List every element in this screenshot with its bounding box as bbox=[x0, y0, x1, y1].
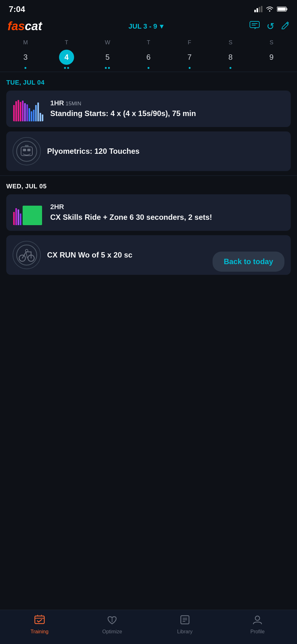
dot bbox=[230, 67, 231, 69]
workout-card-cx-skills[interactable]: 2HR CX Skills Ride + Zone 6 30 seconders… bbox=[6, 194, 291, 231]
nav-item-library[interactable]: Library bbox=[169, 614, 201, 635]
date-dots-3 bbox=[24, 67, 26, 69]
profile-icon bbox=[252, 614, 263, 627]
logo-cat: cat bbox=[25, 19, 42, 33]
workout-info-cx-skills: 2HR CX Skills Ride + Zone 6 30 seconders… bbox=[50, 203, 284, 222]
week-selector[interactable]: JUL 3 - 9 ▾ bbox=[128, 22, 163, 31]
day-letter-fri: F bbox=[169, 38, 210, 47]
workout-card-cx-run[interactable]: CX RUN Wo of 5 x 20 sc Back to today bbox=[6, 235, 291, 275]
date-number-7: 7 bbox=[182, 50, 197, 65]
workout-visual-standing-starts bbox=[13, 96, 44, 121]
strength-visual-plyometrics bbox=[15, 140, 38, 163]
week-range-label: JUL 3 - 9 bbox=[128, 22, 157, 31]
svg-point-4 bbox=[269, 10, 270, 12]
svg-rect-24 bbox=[42, 114, 43, 121]
duration-hr-2: 2HR bbox=[50, 203, 64, 211]
svg-rect-8 bbox=[250, 21, 259, 28]
training-icon bbox=[34, 614, 45, 627]
svg-rect-27 bbox=[23, 149, 26, 151]
svg-rect-20 bbox=[33, 110, 35, 121]
day-letter-mon: M bbox=[5, 38, 46, 47]
workout-title-standing-starts: Standing Starts: 4 x (4 x 15s/90s), 75 m… bbox=[50, 108, 284, 118]
svg-rect-6 bbox=[286, 8, 287, 10]
nav-item-optimize[interactable]: Optimize bbox=[96, 614, 128, 635]
date-cell-sun[interactable]: 9 bbox=[251, 50, 292, 69]
nav-item-training[interactable]: Training bbox=[24, 614, 55, 635]
date-number-4: 4 bbox=[59, 50, 74, 65]
workout-duration-standing-starts: 1HR 15MIN bbox=[50, 99, 284, 107]
dot bbox=[105, 67, 107, 69]
status-bar: 7:04 bbox=[0, 0, 297, 16]
svg-rect-18 bbox=[29, 108, 30, 121]
dot bbox=[64, 67, 66, 69]
nav-label-library: Library bbox=[177, 629, 192, 635]
bottom-nav: Training Optimize Library bbox=[0, 610, 297, 644]
date-number-3: 3 bbox=[18, 50, 33, 65]
date-cell-sat[interactable]: 8 bbox=[210, 50, 251, 69]
workout-card-plyometrics[interactable]: Plyometrics: 120 Touches bbox=[6, 131, 291, 171]
app-header: fas cat JUL 3 - 9 ▾ ↺ bbox=[0, 16, 297, 37]
day-letter-wed: W bbox=[87, 38, 128, 47]
duration-hr-1: 1HR bbox=[50, 99, 64, 107]
strength-icon-plyometrics bbox=[13, 137, 41, 165]
date-cell-fri[interactable]: 7 bbox=[169, 50, 210, 69]
edit-icon[interactable] bbox=[281, 21, 289, 31]
header-icons: ↺ bbox=[250, 21, 289, 32]
svg-point-25 bbox=[17, 141, 37, 161]
workout-chart-standing-starts bbox=[13, 99, 44, 121]
workout-info-standing-starts: 1HR 15MIN Standing Starts: 4 x (4 x 15s/… bbox=[50, 99, 284, 118]
svg-rect-28 bbox=[27, 149, 30, 151]
logo-fas: fas bbox=[8, 19, 25, 33]
section-wed: WED, JUL 05 2HR CX Skills Ride + Zone 6 … bbox=[0, 176, 297, 275]
workout-duration-cx-skills: 2HR bbox=[50, 203, 284, 211]
nav-item-profile[interactable]: Profile bbox=[242, 614, 273, 635]
day-letter-thu: T bbox=[128, 38, 169, 47]
svg-rect-23 bbox=[40, 113, 41, 121]
svg-rect-0 bbox=[254, 10, 256, 12]
date-number-6: 6 bbox=[141, 50, 156, 65]
date-dots-6 bbox=[148, 67, 149, 69]
optimize-icon bbox=[107, 614, 117, 627]
svg-rect-30 bbox=[13, 212, 15, 225]
wifi-icon bbox=[266, 6, 274, 12]
day-label-wed: WED, JUL 05 bbox=[6, 176, 291, 194]
battery-icon bbox=[277, 6, 288, 12]
library-icon bbox=[180, 614, 190, 627]
date-dots-4 bbox=[64, 67, 69, 69]
svg-rect-31 bbox=[15, 208, 17, 225]
refresh-icon[interactable]: ↺ bbox=[267, 21, 274, 32]
svg-rect-15 bbox=[22, 101, 24, 121]
svg-rect-1 bbox=[256, 8, 258, 12]
calendar-days-header: M T W T F S S bbox=[0, 37, 297, 48]
svg-rect-2 bbox=[259, 7, 260, 12]
day-letter-tue: T bbox=[46, 38, 87, 47]
svg-rect-12 bbox=[15, 101, 17, 121]
svg-rect-34 bbox=[23, 206, 42, 225]
date-cell-wed[interactable]: 5 bbox=[87, 50, 128, 69]
svg-point-47 bbox=[255, 616, 260, 620]
cx-run-icon bbox=[13, 241, 41, 269]
app-logo: fas cat bbox=[8, 19, 42, 33]
back-to-today-button[interactable]: Back to today bbox=[213, 252, 284, 272]
svg-rect-22 bbox=[37, 103, 39, 121]
dot bbox=[108, 67, 110, 69]
message-icon[interactable] bbox=[250, 21, 260, 31]
day-letter-sat: S bbox=[210, 38, 251, 47]
nav-label-optimize: Optimize bbox=[102, 629, 122, 635]
date-cell-mon[interactable]: 3 bbox=[5, 50, 46, 69]
svg-rect-32 bbox=[18, 209, 19, 225]
date-dots-5 bbox=[105, 67, 110, 69]
date-cell-tue[interactable]: 4 bbox=[46, 50, 87, 69]
svg-rect-19 bbox=[31, 111, 32, 121]
dot bbox=[67, 67, 69, 69]
svg-rect-13 bbox=[18, 100, 19, 121]
date-number-9: 9 bbox=[264, 50, 279, 65]
svg-rect-21 bbox=[35, 105, 37, 121]
svg-rect-7 bbox=[278, 8, 286, 11]
svg-rect-29 bbox=[25, 145, 29, 147]
workout-title-plyometrics: Plyometrics: 120 Touches bbox=[47, 146, 284, 156]
workout-card-standing-starts[interactable]: 1HR 15MIN Standing Starts: 4 x (4 x 15s/… bbox=[6, 91, 291, 127]
date-dots-7 bbox=[189, 67, 191, 69]
date-cell-thu[interactable]: 6 bbox=[128, 50, 169, 69]
svg-rect-14 bbox=[20, 102, 21, 121]
